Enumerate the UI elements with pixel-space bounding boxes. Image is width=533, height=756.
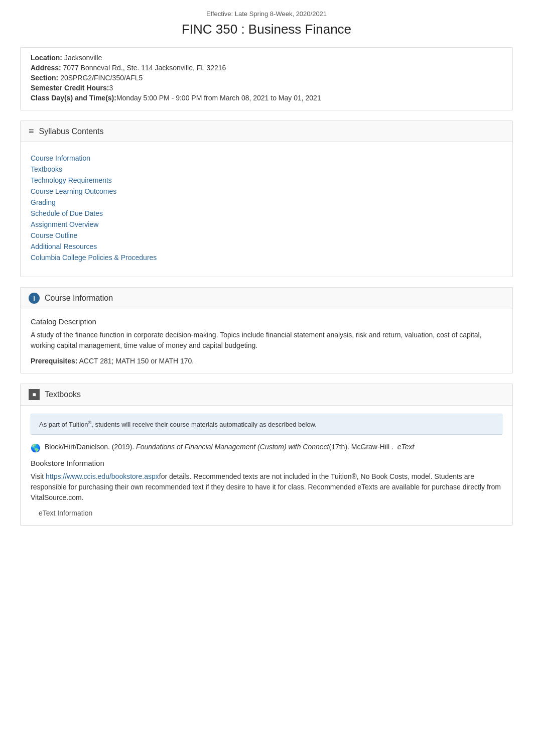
class-days-label: Class Day(s) and Time(s): bbox=[31, 94, 116, 102]
list-item: Assignment Overview bbox=[31, 220, 502, 228]
additional-resources-link[interactable]: Additional Resources bbox=[31, 242, 97, 250]
course-learning-outcomes-link[interactable]: Course Learning Outcomes bbox=[31, 187, 116, 195]
textbooks-link[interactable]: Textbooks bbox=[31, 165, 62, 173]
credit-hours-label: Semester Credit Hours: bbox=[31, 84, 109, 92]
assignment-overview-link[interactable]: Assignment Overview bbox=[31, 220, 98, 228]
course-information-body: Catalog Description A study of the finan… bbox=[21, 309, 512, 373]
credit-hours-value: 3 bbox=[109, 84, 113, 92]
textbook-globe-icon: 🌎 bbox=[31, 443, 41, 453]
grading-link[interactable]: Grading bbox=[31, 198, 56, 206]
textbooks-section: ■ Textbooks As part of Tuition®, student… bbox=[20, 384, 513, 526]
list-item: Grading bbox=[31, 198, 502, 206]
prerequisites: Prerequisites: ACCT 281; MATH 150 or MAT… bbox=[31, 357, 502, 365]
list-item: Schedule of Due Dates bbox=[31, 209, 502, 217]
bookstore-text-1: Visit bbox=[31, 472, 46, 480]
class-days-row: Class Day(s) and Time(s):Monday 5:00 PM … bbox=[31, 94, 502, 102]
address-row: Address: 7077 Bonneval Rd., Ste. 114 Jac… bbox=[31, 64, 502, 72]
credit-hours-row: Semester Credit Hours:3 bbox=[31, 84, 502, 92]
course-info-box: Location: Jacksonville Address: 7077 Bon… bbox=[20, 47, 513, 110]
textbooks-header: ■ Textbooks bbox=[21, 384, 512, 406]
effective-date: Effective: Late Spring 8-Week, 2020/2021 bbox=[20, 10, 513, 18]
technology-requirements-link[interactable]: Technology Requirements bbox=[31, 176, 112, 184]
prerequisites-label: Prerequisites: bbox=[31, 357, 77, 365]
course-outline-link[interactable]: Course Outline bbox=[31, 231, 77, 239]
course-information-header: i Course Information bbox=[21, 288, 512, 309]
bookstore-link[interactable]: https://www.ccis.edu/bookstore.aspx bbox=[46, 472, 159, 480]
catalog-description-title: Catalog Description bbox=[31, 317, 502, 326]
textbook-entry: 🌎 Block/Hirt/Danielson. (2019). Foundati… bbox=[31, 443, 502, 453]
course-information-title: Course Information bbox=[45, 294, 113, 303]
location-label: Location: bbox=[31, 54, 62, 62]
book-icon: ■ bbox=[29, 389, 40, 400]
list-item: Technology Requirements bbox=[31, 176, 502, 184]
syllabus-contents-section: ≡ Syllabus Contents Course Information T… bbox=[20, 120, 513, 277]
page-title: FINC 350 : Business Finance bbox=[20, 22, 513, 37]
list-item: Textbooks bbox=[31, 165, 502, 173]
syllabus-contents-body: Course Information Textbooks Technology … bbox=[21, 142, 512, 277]
etext-info: eText Information bbox=[39, 509, 502, 517]
syllabus-contents-header: ≡ Syllabus Contents bbox=[21, 121, 512, 142]
list-item: Additional Resources bbox=[31, 242, 502, 250]
course-information-section: i Course Information Catalog Description… bbox=[20, 287, 513, 373]
textbook-text: Block/Hirt/Danielson. (2019). Foundation… bbox=[45, 443, 414, 451]
section-label: Section: bbox=[31, 74, 58, 82]
tuition-notice: As part of Tuition®, students will recei… bbox=[31, 414, 502, 435]
bookstore-title: Bookstore Information bbox=[31, 459, 502, 467]
textbooks-body: As part of Tuition®, students will recei… bbox=[21, 406, 512, 525]
syllabus-contents-title: Syllabus Contents bbox=[39, 127, 104, 136]
location-value: Jacksonville bbox=[64, 54, 102, 62]
bookstore-text: Visit https://www.ccis.edu/bookstore.asp… bbox=[31, 471, 502, 503]
address-label: Address: bbox=[31, 64, 61, 72]
section-value: 20SPRG2/FINC/350/AFL5 bbox=[60, 74, 143, 82]
course-information-link[interactable]: Course Information bbox=[31, 154, 90, 162]
policies-procedures-link[interactable]: Columbia College Policies & Procedures bbox=[31, 254, 157, 262]
address-value: 7077 Bonneval Rd., Ste. 114 Jacksonville… bbox=[63, 64, 226, 72]
prerequisites-value: ACCT 281; MATH 150 or MATH 170. bbox=[79, 357, 194, 365]
list-item: Columbia College Policies & Procedures bbox=[31, 254, 502, 262]
schedule-due-dates-link[interactable]: Schedule of Due Dates bbox=[31, 209, 103, 217]
catalog-description-text: A study of the finance function in corpo… bbox=[31, 330, 502, 351]
list-icon: ≡ bbox=[29, 126, 34, 137]
textbooks-title: Textbooks bbox=[45, 390, 81, 399]
syllabus-list: Course Information Textbooks Technology … bbox=[31, 150, 502, 269]
location-row: Location: Jacksonville bbox=[31, 54, 502, 62]
section-row: Section: 20SPRG2/FINC/350/AFL5 bbox=[31, 74, 502, 82]
list-item: Course Outline bbox=[31, 231, 502, 239]
list-item: Course Information bbox=[31, 154, 502, 162]
list-item: Course Learning Outcomes bbox=[31, 187, 502, 195]
info-circle-icon: i bbox=[29, 293, 40, 304]
class-days-value: Monday 5:00 PM - 9:00 PM from March 08, … bbox=[116, 94, 321, 102]
